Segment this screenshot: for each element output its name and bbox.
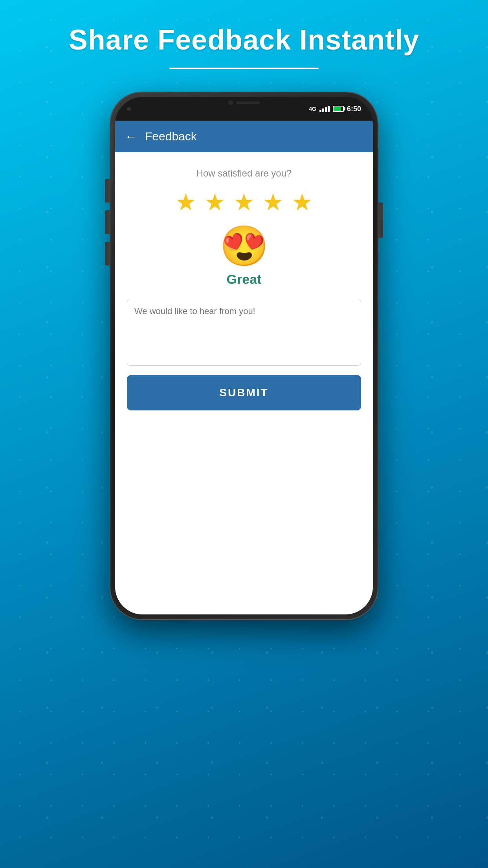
app-bar-title: Feedback — [145, 130, 197, 143]
battery-fill — [334, 107, 341, 111]
title-underline — [169, 68, 319, 69]
phone-outer: 4G 6:50 ← F — [110, 92, 378, 619]
notch-camera — [228, 100, 233, 105]
front-camera — [127, 107, 131, 111]
star-2[interactable]: ★ — [204, 191, 226, 214]
back-button[interactable]: ← — [125, 129, 137, 144]
page-title: Share Feedback Instantly — [0, 24, 488, 56]
star-4[interactable]: ★ — [262, 191, 284, 214]
app-bar: ← Feedback — [115, 121, 373, 152]
star-3[interactable]: ★ — [233, 191, 255, 214]
signal-label: 4G — [309, 106, 316, 112]
satisfaction-question: How satisfied are you? — [196, 168, 292, 179]
notch-speaker — [236, 101, 260, 104]
clock: 6:50 — [347, 105, 361, 113]
phone-mockup: 4G 6:50 ← F — [110, 92, 378, 619]
signal-bars — [319, 106, 330, 112]
notch — [209, 97, 279, 108]
screen-bottom — [115, 422, 373, 614]
phone-inner: 4G 6:50 ← F — [115, 97, 373, 614]
stars-row[interactable]: ★ ★ ★ ★ ★ — [175, 191, 313, 214]
feedback-textarea[interactable] — [127, 299, 361, 366]
signal-bar-3 — [325, 107, 327, 112]
submit-button[interactable]: SUBMIT — [127, 375, 361, 410]
battery-icon — [333, 106, 344, 112]
rating-label: Great — [227, 272, 262, 287]
signal-bar-4 — [328, 106, 330, 112]
status-left — [127, 107, 131, 111]
signal-bar-1 — [319, 110, 321, 112]
screen-content: How satisfied are you? ★ ★ ★ ★ ★ 😍 Great… — [115, 152, 373, 422]
star-1[interactable]: ★ — [175, 191, 196, 214]
rating-emoji: 😍 — [220, 226, 269, 265]
status-right: 4G 6:50 — [309, 105, 361, 113]
status-bar: 4G 6:50 — [115, 97, 373, 121]
star-5[interactable]: ★ — [292, 191, 313, 214]
app-content: ← Feedback How satisfied are you? ★ ★ ★ … — [115, 121, 373, 614]
page-title-section: Share Feedback Instantly — [0, 0, 488, 85]
signal-bar-2 — [322, 108, 324, 112]
